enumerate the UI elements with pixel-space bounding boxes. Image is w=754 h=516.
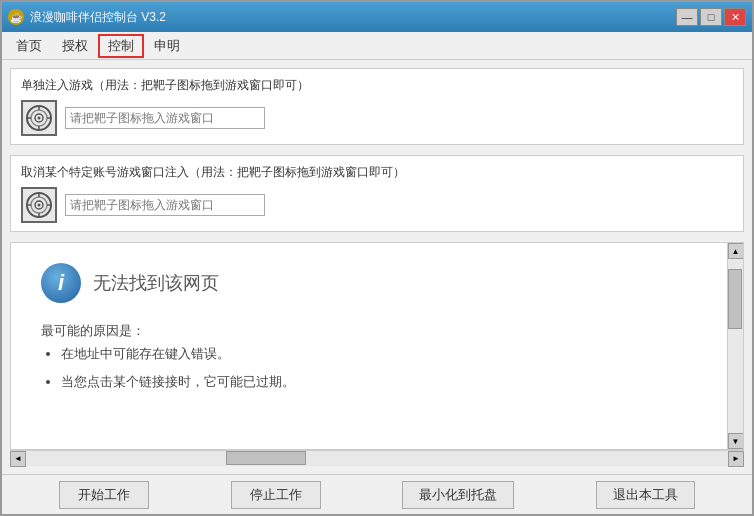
error-title: 无法找到该网页 bbox=[93, 271, 219, 295]
minimize-button[interactable]: — bbox=[676, 8, 698, 26]
svg-point-11 bbox=[38, 204, 41, 207]
scrollbar-track[interactable] bbox=[728, 259, 743, 433]
inject-single-input[interactable] bbox=[65, 107, 265, 129]
menu-bar: 首页 授权 控制 申明 bbox=[2, 32, 752, 60]
window-title: 浪漫咖啡伴侣控制台 V3.2 bbox=[30, 9, 676, 26]
app-icon: ☕ bbox=[8, 9, 24, 25]
main-window: ☕ 浪漫咖啡伴侣控制台 V3.2 — □ ✕ 首页 授权 控制 申明 单独注入游… bbox=[0, 0, 754, 516]
menu-item-auth[interactable]: 授权 bbox=[52, 34, 98, 58]
menu-item-home[interactable]: 首页 bbox=[6, 34, 52, 58]
h-scroll-left-btn[interactable]: ◄ bbox=[10, 451, 26, 467]
menu-item-statement[interactable]: 申明 bbox=[144, 34, 190, 58]
title-bar: ☕ 浪漫咖啡伴侣控制台 V3.2 — □ ✕ bbox=[2, 2, 752, 32]
browser-content[interactable]: i 无法找到该网页 最可能的原因是： 在地址中可能存在键入错误。 当您点击某个链… bbox=[11, 243, 727, 449]
inject-account-section: 取消某个特定账号游戏窗口注入（用法：把靶子图标拖到游戏窗口即可） bbox=[10, 155, 744, 232]
error-body: 最可能的原因是： 在地址中可能存在键入错误。 当您点击某个链接接时，它可能已过期… bbox=[41, 319, 697, 393]
bottom-bar: 开始工作 停止工作 最小化到托盘 退出本工具 bbox=[2, 474, 752, 514]
browser-scrollbar[interactable]: ▲ ▼ bbox=[727, 243, 743, 449]
main-content: 单独注入游戏（用法：把靶子图标拖到游戏窗口即可） bbox=[2, 60, 752, 474]
browser-section: i 无法找到该网页 最可能的原因是： 在地址中可能存在键入错误。 当您点击某个链… bbox=[10, 242, 744, 450]
svg-point-3 bbox=[38, 117, 41, 120]
inject-account-label: 取消某个特定账号游戏窗口注入（用法：把靶子图标拖到游戏窗口即可） bbox=[21, 164, 733, 181]
scrollbar-up-btn[interactable]: ▲ bbox=[728, 243, 744, 259]
close-button[interactable]: ✕ bbox=[724, 8, 746, 26]
h-scroll-right-btn[interactable]: ► bbox=[728, 451, 744, 467]
target-icon-single[interactable] bbox=[21, 100, 57, 136]
start-work-button[interactable]: 开始工作 bbox=[59, 481, 149, 509]
error-reason-2: 当您点击某个链接接时，它可能已过期。 bbox=[61, 370, 697, 393]
h-scroll-thumb[interactable] bbox=[226, 451, 306, 465]
info-icon: i bbox=[41, 263, 81, 303]
target-icon-account[interactable] bbox=[21, 187, 57, 223]
inject-single-label: 单独注入游戏（用法：把靶子图标拖到游戏窗口即可） bbox=[21, 77, 733, 94]
stop-work-button[interactable]: 停止工作 bbox=[231, 481, 321, 509]
window-controls: — □ ✕ bbox=[676, 8, 746, 26]
horizontal-scrollbar[interactable]: ◄ ► bbox=[10, 450, 744, 466]
h-scroll-track[interactable] bbox=[26, 451, 728, 466]
scrollbar-thumb[interactable] bbox=[728, 269, 742, 329]
scrollbar-down-btn[interactable]: ▼ bbox=[728, 433, 744, 449]
inject-single-row bbox=[21, 100, 733, 136]
exit-button[interactable]: 退出本工具 bbox=[596, 481, 695, 509]
inject-account-input[interactable] bbox=[65, 194, 265, 216]
inject-single-section: 单独注入游戏（用法：把靶子图标拖到游戏窗口即可） bbox=[10, 68, 744, 145]
error-reasons-list: 在地址中可能存在键入错误。 当您点击某个链接接时，它可能已过期。 bbox=[61, 342, 697, 393]
error-header: i 无法找到该网页 bbox=[41, 263, 697, 303]
error-reason-label: 最可能的原因是： bbox=[41, 319, 697, 342]
restore-button[interactable]: □ bbox=[700, 8, 722, 26]
error-reason-1: 在地址中可能存在键入错误。 bbox=[61, 342, 697, 365]
menu-item-control[interactable]: 控制 bbox=[98, 34, 144, 58]
minimize-tray-button[interactable]: 最小化到托盘 bbox=[402, 481, 514, 509]
inject-account-row bbox=[21, 187, 733, 223]
